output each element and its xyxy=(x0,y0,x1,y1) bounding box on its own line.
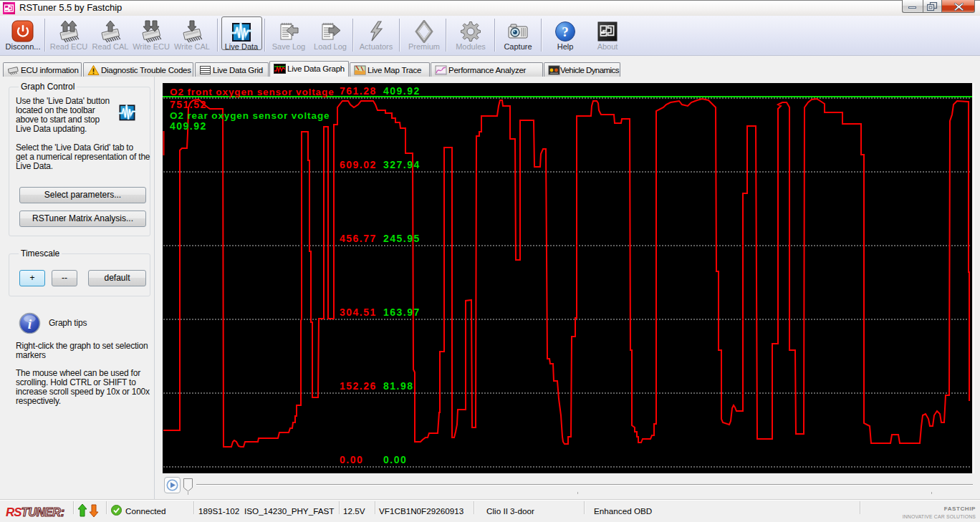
svg-text:751.52: 751.52 xyxy=(170,99,207,110)
svg-text:245.95: 245.95 xyxy=(383,233,421,244)
svg-text:152.26: 152.26 xyxy=(340,380,377,392)
svg-text:609.02: 609.02 xyxy=(340,159,377,170)
svg-text:456.77: 456.77 xyxy=(340,233,377,244)
svg-text:304.51: 304.51 xyxy=(340,306,377,318)
svg-text:i: i xyxy=(28,316,32,332)
svg-text:?: ? xyxy=(562,24,569,39)
svg-text:0.00: 0.00 xyxy=(383,454,407,465)
svg-text:163.97: 163.97 xyxy=(383,306,421,318)
svg-text:O2 rear oxygen sensor voltage: O2 rear oxygen sensor voltage xyxy=(170,110,330,121)
svg-text:81.98: 81.98 xyxy=(383,380,414,392)
svg-text:O2 front oxygen sensor voltage: O2 front oxygen sensor voltage xyxy=(170,87,335,97)
svg-text:0.00: 0.00 xyxy=(340,454,363,465)
svg-text:409.92: 409.92 xyxy=(383,85,421,97)
svg-text:327.94: 327.94 xyxy=(383,159,421,170)
svg-text:409.92: 409.92 xyxy=(170,120,207,132)
svg-text:761.28: 761.28 xyxy=(340,85,377,97)
